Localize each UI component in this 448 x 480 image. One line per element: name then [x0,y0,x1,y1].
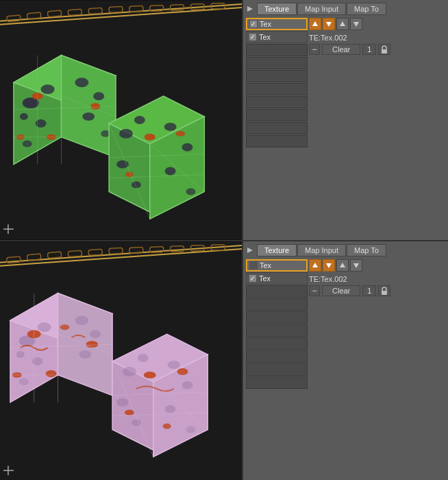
bottom-up-icon[interactable] [309,259,321,272]
bottom-tab-map-input[interactable]: Map Input [297,244,346,256]
bottom-minus-btn[interactable]: − [309,285,320,296]
svg-point-84 [90,330,101,338]
top-tab-row: Texture Map Input Map To [257,3,386,15]
top-te-row: TE:Tex.002 [309,34,445,42]
top-tex-label-1: Tex [259,33,271,41]
bottom-tab-map-to[interactable]: Map To [347,244,386,256]
top-triangle-icon[interactable] [246,5,254,13]
svg-marker-118 [312,263,318,267]
svg-marker-120 [340,263,345,267]
top-panel-header: Texture Map Input Map To [246,3,445,15]
svg-point-41 [182,143,192,152]
top-up2-icon[interactable] [336,18,349,30]
bottom-triangle-icon[interactable] [246,246,254,254]
bottom-tex-item-0[interactable]: Tex [246,259,308,272]
top-tex-empty-7 [246,135,308,147]
bottom-clear-row: − Clear 1 [309,285,445,296]
bottom-panel-header: Texture Map Input Map To [246,244,445,256]
top-tab-map-input[interactable]: Map Input [297,3,346,15]
top-tex-item-1[interactable]: ✓ Tex [246,31,308,43]
svg-marker-58 [340,21,345,26]
svg-marker-55 [247,6,253,12]
top-down2-icon[interactable] [350,18,362,30]
bottom-tab-row: Texture Map Input Map To [257,244,386,256]
bottom-tex-check-0[interactable] [249,261,258,269]
top-viewport [0,0,243,240]
top-tex-controls: TE:Tex.002 − Clear 1 [309,18,445,147]
top-minus-btn[interactable]: − [309,44,320,55]
svg-point-48 [125,172,134,178]
svg-point-21 [23,141,32,147]
bottom-tex-label-1: Tex [259,274,271,283]
bottom-panel: Texture Map Input Map To Tex ✓ [243,241,448,480]
svg-point-107 [144,372,156,379]
bottom-lock-btn[interactable] [378,285,390,296]
svg-point-40 [164,123,177,131]
main-container: Texture Map Input Map To ✓ Tex ✓ [0,0,448,480]
svg-point-22 [75,77,88,87]
svg-marker-59 [353,22,359,27]
svg-point-108 [177,368,188,375]
svg-marker-117 [247,248,253,253]
bottom-down2-icon[interactable] [350,259,362,272]
svg-point-103 [116,398,129,407]
svg-point-45 [186,188,195,195]
svg-point-90 [60,324,70,330]
svg-point-23 [93,92,104,100]
svg-point-83 [75,315,88,325]
svg-point-102 [182,381,192,389]
bottom-tex-empty-0 [246,285,308,298]
bottom-row: Texture Map Input Map To Tex ✓ [0,241,448,480]
bottom-viewport [0,241,243,480]
bottom-tex-empty-3 [246,324,308,337]
top-tex-item-0[interactable]: ✓ Tex [246,18,308,30]
bottom-te-row: TE:Tex.002 [309,275,445,283]
svg-point-20 [41,84,55,94]
bottom-tex-empty-1 [246,298,308,311]
top-arrow-row [309,18,445,30]
svg-marker-121 [353,263,359,268]
bottom-tex-item-1[interactable]: ✓ Tex [246,272,308,285]
bottom-tex-empty-4 [246,337,308,350]
svg-point-39 [134,116,145,124]
top-down-icon[interactable] [323,18,335,30]
top-tab-map-to[interactable]: Map To [347,3,386,15]
svg-point-80 [16,351,25,358]
bottom-tab-texture[interactable]: Texture [257,244,297,256]
top-tex-empty-5 [246,109,308,121]
top-row: Texture Map Input Map To ✓ Tex ✓ [0,0,448,241]
svg-point-47 [176,131,186,136]
top-tex-label-0: Tex [260,20,271,28]
bottom-arrow-row [309,259,445,272]
bottom-tex-check-1[interactable]: ✓ [249,274,257,283]
top-panel: Texture Map Input Map To ✓ Tex ✓ [243,0,448,240]
top-tex-empty-2 [246,70,308,82]
top-clear-button[interactable]: Clear [322,44,360,55]
svg-point-109 [125,410,134,416]
svg-point-79 [32,357,43,365]
top-num-field[interactable]: 1 [362,44,376,55]
bottom-num-field[interactable]: 1 [362,285,376,296]
bottom-tex-label-0: Tex [260,261,271,269]
svg-point-105 [165,405,176,413]
top-up-icon[interactable] [309,18,321,30]
svg-point-19 [20,113,28,120]
svg-point-100 [138,354,149,362]
bottom-tex-empty-2 [246,311,308,324]
top-lock-btn[interactable] [378,44,390,55]
svg-rect-122 [382,291,387,295]
svg-point-85 [79,350,91,359]
svg-point-99 [123,367,136,376]
top-tex-check-0[interactable]: ✓ [249,20,258,28]
top-tex-area: ✓ Tex ✓ Tex [246,18,445,147]
top-tex-empty-6 [246,122,308,134]
bottom-up2-icon[interactable] [336,259,349,272]
top-te-value: TE:Tex.002 [309,34,347,42]
top-tab-texture[interactable]: Texture [257,3,297,15]
svg-point-38 [119,129,133,139]
bottom-clear-button[interactable]: Clear [322,285,360,296]
top-tex-check-1[interactable]: ✓ [249,33,257,41]
svg-point-18 [36,119,47,128]
bottom-down-icon[interactable] [323,259,335,272]
bottom-tex-controls: TE:Tex.002 − Clear 1 [309,259,445,389]
